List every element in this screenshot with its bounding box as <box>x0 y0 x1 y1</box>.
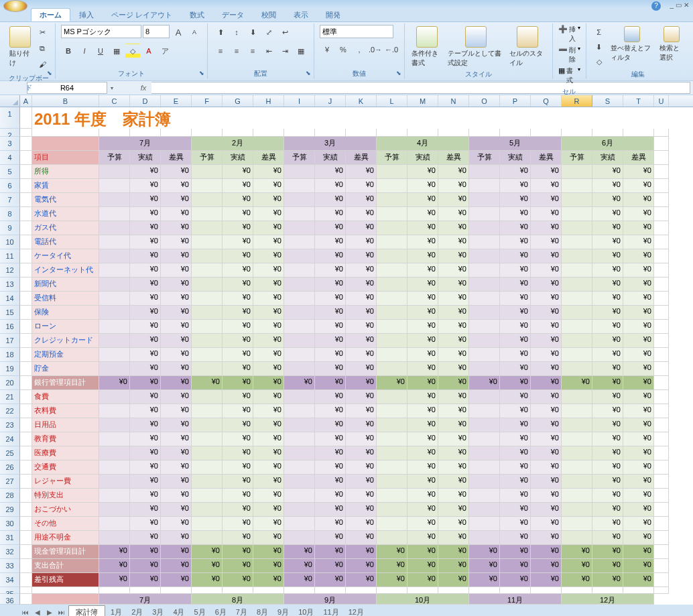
cell[interactable]: ¥0 <box>253 404 284 418</box>
cell[interactable]: ¥0 <box>223 306 253 320</box>
month-header[interactable]: 5月 <box>469 137 562 151</box>
cell[interactable]: ¥0 <box>161 221 192 235</box>
cell[interactable] <box>99 503 130 517</box>
cell[interactable]: ¥0 <box>223 320 253 334</box>
sheet-tab-month[interactable]: 7月 <box>232 606 251 617</box>
cell[interactable] <box>20 573 32 587</box>
cell[interactable] <box>32 587 99 594</box>
cell[interactable]: ¥0 <box>531 573 562 587</box>
cell[interactable]: 実績 <box>315 151 346 165</box>
cell[interactable]: ¥0 <box>161 179 192 193</box>
cell[interactable] <box>469 179 500 193</box>
sheet-nav-last[interactable]: ⏭ <box>56 609 67 616</box>
cell[interactable]: ¥0 <box>623 460 654 475</box>
cell[interactable]: ¥0 <box>531 348 562 362</box>
cell[interactable]: 差異 <box>253 151 284 165</box>
cell[interactable] <box>284 129 315 137</box>
cell[interactable]: ¥0 <box>407 263 438 278</box>
cell[interactable] <box>20 292 32 306</box>
cell[interactable] <box>192 221 223 235</box>
cell[interactable]: ¥0 <box>592 221 623 235</box>
cell[interactable] <box>20 587 32 594</box>
tab-developer[interactable]: 開発 <box>317 8 349 21</box>
row-header[interactable]: 11 <box>0 249 20 263</box>
cell[interactable]: ¥0 <box>500 165 531 179</box>
cell[interactable]: ¥0 <box>253 235 284 249</box>
cell[interactable] <box>562 278 592 292</box>
cell[interactable]: ¥0 <box>284 559 315 573</box>
cell[interactable] <box>654 503 669 517</box>
cell[interactable] <box>377 432 407 446</box>
cell[interactable]: ¥0 <box>469 573 500 587</box>
cell[interactable]: ¥0 <box>130 165 161 179</box>
cell[interactable] <box>469 475 500 489</box>
col-header-M[interactable]: M <box>407 95 438 107</box>
namebox-dropdown-icon[interactable]: ▾ <box>107 82 117 94</box>
font-dialog-launcher[interactable]: ⬊ <box>198 70 206 78</box>
cell[interactable] <box>654 137 669 151</box>
row-header[interactable]: 17 <box>0 334 20 348</box>
cell[interactable]: ¥0 <box>223 263 253 278</box>
cell[interactable]: 衣料費 <box>32 404 99 418</box>
cell[interactable] <box>192 129 223 137</box>
cell[interactable]: ¥0 <box>438 559 469 573</box>
cell[interactable] <box>99 362 130 376</box>
cell[interactable] <box>654 320 669 334</box>
cell[interactable] <box>99 263 130 278</box>
cell[interactable] <box>562 348 592 362</box>
cell[interactable]: ¥0 <box>592 390 623 404</box>
cell[interactable]: ¥0 <box>377 545 407 559</box>
cell[interactable]: ¥0 <box>161 489 192 503</box>
minimize-icon[interactable]: _ <box>670 1 674 9</box>
cell[interactable] <box>20 151 32 165</box>
cell[interactable]: ¥0 <box>592 193 623 207</box>
cell[interactable]: ¥0 <box>592 376 623 390</box>
cell[interactable] <box>654 390 669 404</box>
cell[interactable]: ¥0 <box>407 334 438 348</box>
cell[interactable]: ¥0 <box>253 503 284 517</box>
cell[interactable]: ¥0 <box>346 235 377 249</box>
cell[interactable]: ¥0 <box>592 306 623 320</box>
align-middle-button[interactable]: ↕ <box>229 25 244 40</box>
align-bottom-button[interactable]: ⬇ <box>245 25 260 40</box>
cell[interactable] <box>469 193 500 207</box>
cell[interactable]: 交通費 <box>32 460 99 475</box>
cell[interactable]: ¥0 <box>531 362 562 376</box>
cell[interactable]: ¥0 <box>623 235 654 249</box>
cell[interactable]: ¥0 <box>161 559 192 573</box>
cell[interactable]: ¥0 <box>130 179 161 193</box>
cell[interactable]: ¥0 <box>253 418 284 432</box>
cell[interactable] <box>20 179 32 193</box>
cell[interactable] <box>377 404 407 418</box>
cell[interactable] <box>192 249 223 263</box>
cell[interactable] <box>469 489 500 503</box>
cell[interactable] <box>469 587 500 594</box>
cell[interactable]: 実績 <box>223 151 253 165</box>
autosum-button[interactable]: Σ <box>592 25 607 40</box>
cell[interactable] <box>654 517 669 531</box>
cell[interactable]: ¥0 <box>346 165 377 179</box>
cell[interactable] <box>284 489 315 503</box>
cell[interactable] <box>284 475 315 489</box>
cell[interactable] <box>469 390 500 404</box>
row-header[interactable]: 9 <box>0 221 20 235</box>
cell[interactable] <box>20 320 32 334</box>
cell[interactable]: ¥0 <box>438 278 469 292</box>
cell[interactable]: ¥0 <box>623 263 654 278</box>
cell[interactable]: ¥0 <box>500 404 531 418</box>
cell[interactable]: ¥0 <box>223 292 253 306</box>
font-size-select[interactable] <box>143 25 170 38</box>
paste-button[interactable]: 貼り付け <box>8 25 32 69</box>
border-button[interactable]: ▦ <box>109 44 124 58</box>
cell[interactable]: ¥0 <box>315 376 346 390</box>
cell[interactable]: ¥0 <box>592 573 623 587</box>
cell[interactable] <box>438 129 469 137</box>
cell[interactable]: ¥0 <box>592 165 623 179</box>
cell[interactable] <box>377 587 407 594</box>
cell[interactable] <box>20 404 32 418</box>
cell[interactable]: ¥0 <box>531 207 562 221</box>
row-header[interactable]: 13 <box>0 278 20 292</box>
cell[interactable]: ¥0 <box>562 545 592 559</box>
cell[interactable]: 受信料 <box>32 292 99 306</box>
cell[interactable]: ¥0 <box>346 306 377 320</box>
